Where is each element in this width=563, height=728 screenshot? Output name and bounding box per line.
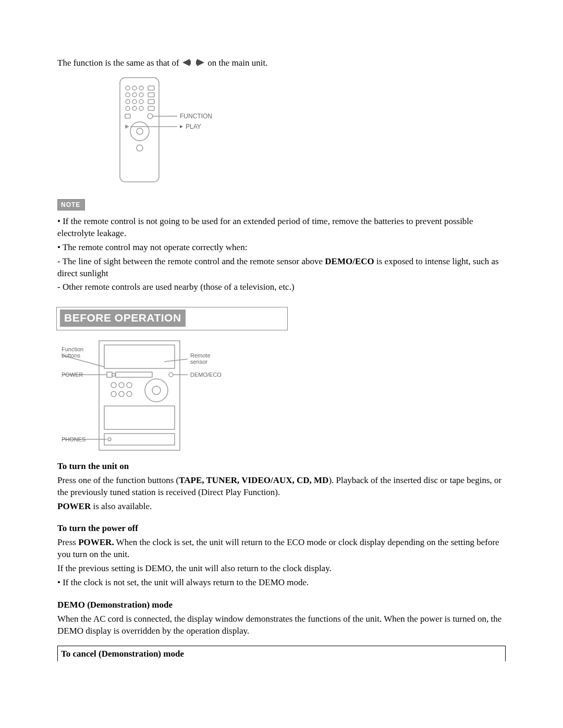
main-unit-figure: Function buttons POWER PHONES Remote sen… [57,336,506,455]
svg-rect-21 [125,114,130,118]
svg-rect-45 [104,434,175,445]
svg-point-39 [119,382,124,388]
demo-line1: When the AC cord is connected, the displ… [57,613,506,637]
svg-point-37 [152,386,161,394]
note-bullet-1: • If the remote control is not going to … [57,216,506,240]
svg-point-38 [111,382,116,388]
note-bullet-2: • The remote control may not operate cor… [57,242,506,254]
svg-point-9 [126,93,130,97]
svg-point-42 [119,391,124,397]
svg-point-46 [108,438,111,441]
svg-point-15 [139,100,143,104]
turn-off-line3: • If the clock is not set, the unit will… [57,577,506,589]
svg-point-13 [126,100,130,104]
intro-pre: The function is the same as that of [57,58,181,68]
svg-rect-44 [104,406,175,429]
svg-point-24 [130,122,149,141]
svg-point-18 [132,106,137,110]
cancel-box: To cancel (Demonstration) mode [57,646,506,661]
svg-point-19 [139,106,143,110]
svg-point-6 [132,86,137,90]
svg-rect-33 [116,372,152,377]
cancel-heading: To cancel (Demonstration) mode [61,649,184,659]
demo-heading: DEMO (Demonstration) mode [57,599,506,611]
svg-point-26 [137,145,143,151]
remote-label-function: FUNCTION [180,113,212,120]
svg-point-22 [148,114,153,119]
svg-rect-32 [107,372,112,377]
svg-point-14 [132,100,137,104]
section-heading-box: BEFORE OPERATION [56,307,288,330]
turn-off-line2: If the previous setting is DEMO, the uni… [57,563,506,575]
svg-rect-1 [190,60,191,65]
svg-marker-29 [180,125,183,128]
svg-point-34 [112,373,115,376]
turn-on-line2: POWER is also available. [57,501,506,513]
intro-line: The function is the same as that of on t… [57,57,506,70]
svg-rect-31 [104,345,175,368]
remote-figure: FUNCTION PLAY [109,75,506,184]
svg-rect-12 [148,93,154,97]
seek-arrows-icon [182,58,204,70]
svg-line-50 [164,359,188,362]
svg-point-40 [127,382,132,388]
svg-point-25 [137,128,143,134]
section-heading: BEFORE OPERATION [60,310,186,326]
note-sub-2: - Other remote controls are used nearby … [57,281,506,293]
svg-rect-20 [148,106,154,110]
svg-point-7 [139,86,143,90]
intro-post: on the main unit. [207,58,267,68]
svg-text:DEMO/ECO: DEMO/ECO [190,372,222,378]
svg-marker-3 [197,59,204,66]
svg-rect-8 [148,86,154,90]
svg-point-10 [132,93,137,97]
svg-text:PHONES: PHONES [62,436,85,442]
svg-point-5 [126,86,130,90]
turn-off-heading: To turn the power off [57,523,506,535]
turn-on-line1: Press one of the function buttons (TAPE,… [57,475,506,499]
svg-text:buttons: buttons [62,352,81,359]
svg-text:Remote: Remote [190,352,211,359]
turn-off-line1: Press POWER. When the clock is set, the … [57,537,506,561]
svg-rect-2 [196,60,197,65]
note-sub-1: - The line of sight between the remote c… [57,256,506,280]
svg-point-35 [169,373,173,377]
svg-rect-16 [148,100,154,104]
svg-point-41 [111,391,116,397]
svg-text:sensor: sensor [190,359,207,365]
svg-point-11 [139,93,143,97]
remote-label-play: PLAY [186,123,201,130]
svg-marker-0 [182,59,190,66]
svg-text:POWER: POWER [62,372,83,378]
note-badge: NOTE [57,199,85,211]
svg-point-43 [127,391,132,397]
turn-on-heading: To turn the unit on [57,461,506,473]
svg-point-36 [145,379,168,402]
svg-marker-23 [125,125,129,129]
svg-text:Function: Function [62,346,83,352]
svg-point-17 [126,106,130,110]
